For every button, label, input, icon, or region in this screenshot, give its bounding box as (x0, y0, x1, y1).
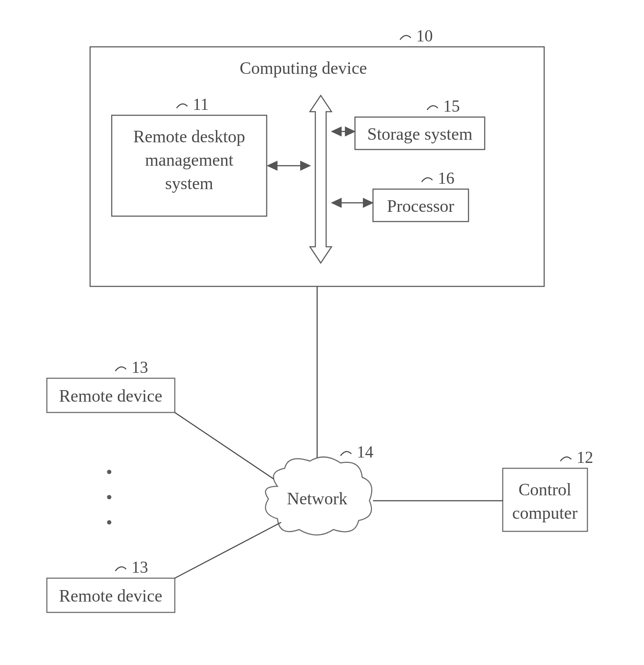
ref-16: 16 (438, 169, 454, 187)
network-label: Network (287, 489, 347, 508)
storage-system-label: Storage system (367, 124, 472, 143)
ref-leader-13-bottom (115, 567, 126, 571)
ellipsis-dots (107, 470, 111, 525)
ref-13-bottom: 13 (132, 558, 148, 576)
svg-point-12 (107, 520, 111, 525)
ref-13-top: 13 (132, 358, 148, 376)
ref-11: 11 (193, 95, 209, 113)
ref-leader-14 (341, 452, 351, 456)
rdm-line2: management (145, 150, 234, 169)
remote-device-bottom-label: Remote device (59, 586, 163, 605)
control-computer-line1: Control (519, 480, 572, 499)
processor-label: Processor (387, 196, 454, 215)
remote-device-top-label: Remote device (59, 386, 163, 405)
computing-device-title: Computing device (240, 58, 367, 77)
ref-leader-12 (560, 457, 571, 461)
ref-12: 12 (577, 448, 593, 467)
architecture-diagram: Computing device 10 Remote desktop manag… (0, 0, 644, 665)
ref-14: 14 (357, 443, 373, 461)
svg-point-10 (107, 470, 111, 474)
link-remote-bottom-network (175, 522, 281, 578)
rdm-line1: Remote desktop (133, 127, 245, 146)
rdm-line3: system (165, 174, 213, 193)
ref-leader-13-top (115, 367, 126, 371)
svg-point-11 (107, 495, 111, 499)
ref-10: 10 (416, 27, 433, 45)
control-computer-line2: computer (512, 503, 577, 522)
ref-leader-10 (400, 36, 411, 40)
network-cloud: Network (266, 457, 372, 535)
link-remote-top-network (175, 412, 274, 479)
ref-15: 15 (443, 97, 460, 115)
